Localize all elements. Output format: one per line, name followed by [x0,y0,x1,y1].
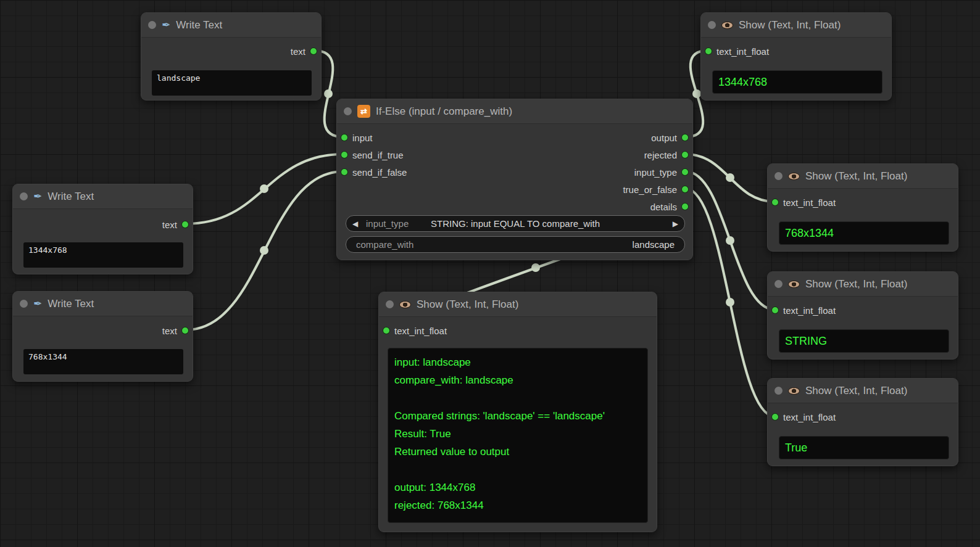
port-dot[interactable] [772,307,778,313]
node-title-bar[interactable]: ✒ Write Text [13,184,193,209]
node-write-text-2[interactable]: ✒ Write Text text 1344x768 [12,184,193,274]
eye-icon [788,173,800,180]
display-line: input: landscape [394,353,641,371]
node-title-bar[interactable]: Show (Text, Int, Float) [379,292,657,317]
node-canvas[interactable]: ✒ Write Text text landscape ✒ Write Text… [0,0,980,547]
display-line: Compared strings: 'landscape' == 'landsc… [394,407,641,425]
combo-value: STRING: input EQUAL TO compare_with [346,216,684,231]
node-title: Show (Text, Int, Float) [805,278,907,290]
show-display: 768x1344 [779,221,949,245]
text-value-input[interactable]: landscape [152,70,312,96]
collapse-dot[interactable] [344,107,352,115]
link-midpoint[interactable] [260,184,268,193]
port-label: send_if_false [352,167,407,178]
port-label: rejected [644,150,677,160]
collapse-dot[interactable] [708,21,716,29]
port-dot[interactable] [682,134,688,141]
node-title-bar[interactable]: Show (Text, Int, Float) [768,272,958,297]
node-write-text-1[interactable]: ✒ Write Text text landscape [141,12,322,101]
port-label: text_int_float [783,305,836,316]
port-dot[interactable] [705,48,712,54]
port-label: text_int_float [783,412,836,422]
port-dot[interactable] [682,169,688,175]
port-dot[interactable] [182,327,188,334]
port-label: text_int_float [394,326,447,336]
node-title: Show (Text, Int, Float) [805,385,907,397]
port-dot[interactable] [682,186,688,192]
output-port-text: text [162,324,188,337]
node-title-bar[interactable]: Show (Text, Int, Float) [768,379,958,403]
node-title-bar[interactable]: Show (Text, Int, Float) [701,13,891,38]
display-line: compare_with: landscape [394,371,641,389]
display-line: Result: True [394,425,641,443]
input-port-send-if-true: send_if_true [341,149,404,161]
node-title-bar[interactable]: Show (Text, Int, Float) [768,164,958,189]
display-line: rejected: 768x1344 [394,496,641,514]
input-port-text-int-float: text_int_float [383,324,447,337]
input-type-combo[interactable]: ◀ input_type STRING: input EQUAL TO comp… [346,215,685,232]
node-show-1[interactable]: Show (Text, Int, Float) text_int_float 1… [700,12,892,101]
display-line [394,389,641,407]
port-dot[interactable] [182,221,188,228]
combo-right-arrow-icon[interactable]: ▶ [673,216,678,231]
show-display: True [779,436,949,459]
link-midpoint[interactable] [324,89,333,98]
output-port-text: text [291,45,317,57]
display-line [394,461,641,479]
port-dot[interactable] [310,48,317,54]
node-title-bar[interactable]: ⇄ If-Else (input / compare_with) [337,99,692,124]
port-label: input_type [634,167,677,178]
collapse-dot[interactable] [774,387,783,395]
text-value-input[interactable]: 768x1344 [23,349,183,374]
output-port-rejected: rejected [644,149,688,161]
node-title: Show (Text, Int, Float) [805,170,907,183]
port-dot[interactable] [341,169,347,175]
node-if-else[interactable]: ⇄ If-Else (input / compare_with) input s… [336,99,693,260]
node-title-bar[interactable]: ✒ Write Text [141,13,321,38]
text-value-input[interactable]: 1344x768 [23,242,183,268]
node-write-text-3[interactable]: ✒ Write Text text 768x1344 [12,291,193,382]
collapse-dot[interactable] [20,192,28,200]
port-dot[interactable] [772,199,778,205]
port-dot[interactable] [383,327,389,334]
link-midpoint[interactable] [692,89,701,98]
node-show-3[interactable]: Show (Text, Int, Float) text_int_float S… [767,271,958,360]
output-port-details: details [650,200,688,213]
node-title: Show (Text, Int, Float) [417,298,518,311]
node-show-2[interactable]: Show (Text, Int, Float) text_int_float 7… [767,163,958,252]
port-dot[interactable] [682,204,688,210]
link-midpoint[interactable] [726,173,734,182]
eye-icon [788,281,800,288]
show-display: 1344x768 [712,70,882,94]
collapse-dot[interactable] [20,300,28,308]
input-port-input: input [341,131,373,144]
port-label: text [162,326,177,336]
collapse-dot[interactable] [148,21,156,29]
node-title: Write Text [48,191,94,203]
node-show-4[interactable]: Show (Text, Int, Float) text_int_float T… [767,378,958,466]
compare-with-input[interactable]: compare_with landscape [346,236,685,253]
node-title-bar[interactable]: ✒ Write Text [13,292,193,316]
port-label: text [291,46,305,57]
collapse-dot[interactable] [774,280,783,288]
port-dot[interactable] [682,152,688,158]
collapse-dot[interactable] [386,300,394,308]
node-title: Show (Text, Int, Float) [739,19,841,31]
pen-icon: ✒ [33,190,42,203]
link-midpoint[interactable] [726,236,734,245]
node-title: If-Else (input / compare_with) [376,105,512,118]
port-dot[interactable] [341,134,347,141]
collapse-dot[interactable] [774,172,783,180]
input-port-text-int-float: text_int_float [772,196,836,208]
node-show-details[interactable]: Show (Text, Int, Float) text_int_float i… [378,292,657,532]
port-label: send_if_true [352,150,404,160]
port-dot[interactable] [341,152,347,158]
port-dot[interactable] [772,414,778,420]
link-midpoint[interactable] [260,246,268,255]
port-label: text_int_float [716,46,769,57]
output-port-input-type: input_type [634,166,688,178]
eye-icon [788,387,800,395]
link-midpoint[interactable] [531,263,540,272]
link-midpoint[interactable] [726,298,734,306]
input-port-send-if-false: send_if_false [341,166,407,178]
